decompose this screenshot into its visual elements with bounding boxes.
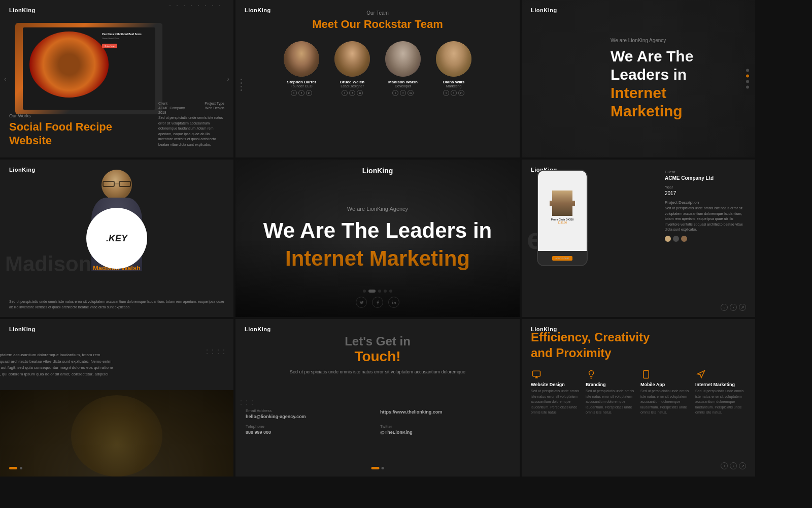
- services-title-accent: Creativity: [594, 330, 650, 344]
- meet-title-accent: Rockstar Team: [364, 18, 443, 30]
- mobile-dot-next[interactable]: ›: [730, 304, 737, 311]
- mobile-year-value: 2017: [665, 190, 746, 196]
- lightbulb-icon: [586, 369, 600, 380]
- mobile-screen: Paura Chair DX316 $139.00: [538, 171, 587, 251]
- diana-socials: t f in: [443, 90, 464, 96]
- mobile-dot-prev[interactable]: ‹: [721, 304, 728, 311]
- chair-product: Paura Chair DX316 $139.00: [545, 190, 580, 231]
- bruce-twitter[interactable]: t: [342, 90, 348, 96]
- contact-dot-2[interactable]: [382, 467, 384, 469]
- hero-twitter[interactable]: [356, 297, 367, 308]
- swatch-dark[interactable]: [673, 236, 679, 242]
- stephen-fb[interactable]: f: [298, 90, 304, 96]
- services-dot-prev[interactable]: ‹: [721, 462, 728, 469]
- panel-contact: LionKing Let's Get in Touch! Sed ut pers…: [235, 319, 520, 477]
- key-badge-text: .KEY: [106, 233, 127, 244]
- svg-point-0: [392, 300, 393, 301]
- avatar-diana: [436, 41, 471, 77]
- lion-bg-area: [0, 390, 233, 477]
- service-name-branding: Branding: [586, 382, 606, 387]
- think-dot-2[interactable]: [20, 467, 22, 469]
- hero-logo: LionKing: [362, 167, 393, 175]
- madison-logo: LionKing: [9, 167, 36, 173]
- contact-desc: Sed ut perspiciatis unde omnis iste natu…: [250, 369, 505, 376]
- key-badge: .KEY: [86, 208, 147, 269]
- services-title: Efficiency, Creativity and Proximity: [531, 329, 746, 361]
- panel-food: LionKing ‹ › Pan Pizza with Sliced Beef …: [0, 0, 233, 157]
- lion-mane: [71, 395, 162, 477]
- diana-twitter[interactable]: t: [443, 90, 449, 96]
- food-meta: Client Project Type ACME Company Web Des…: [158, 102, 224, 147]
- panel-think: LionKing We are Agency which think diffe…: [0, 319, 233, 477]
- touch-label: Touch!: [250, 348, 505, 365]
- services-dot-share[interactable]: ↗: [739, 462, 746, 469]
- hero-facebook[interactable]: [372, 297, 383, 308]
- contact-logo: LionKing: [245, 326, 271, 332]
- madison-desc-text: Sed ut perspiciatis unde omnis iste natu…: [9, 299, 224, 310]
- bruce-li[interactable]: in: [357, 90, 363, 96]
- order-btn[interactable]: Order Now: [102, 44, 117, 48]
- contact-dot-active[interactable]: [371, 467, 380, 469]
- member-role-madison: Developer: [395, 84, 411, 88]
- food-meta-row2: ACME Company Web Design: [158, 106, 224, 110]
- client-label: Client: [158, 102, 167, 105]
- hero-dot-1[interactable]: [363, 290, 366, 293]
- stephen-twitter[interactable]: t: [291, 90, 297, 96]
- avatar-stephen: [284, 41, 319, 77]
- mobile-mockup: Paura Chair DX316 $139.00 ADD TO CART: [537, 170, 588, 266]
- service-website: Website Design Sed ut perspiciatis unde …: [531, 369, 582, 416]
- think-title: We are Agency which think differently: [0, 319, 116, 345]
- madison-desc: Sed ut perspiciatis unde omnis iste natu…: [9, 299, 224, 310]
- madison-fb[interactable]: f: [400, 90, 406, 96]
- agency-overlay: [638, 0, 755, 157]
- member-role-bruce: Lead Designer: [341, 84, 364, 88]
- mobile-dot-share[interactable]: ↗: [739, 304, 746, 311]
- hero-dot-2[interactable]: [368, 290, 376, 293]
- swatch-brown[interactable]: [665, 236, 671, 242]
- diana-fb[interactable]: f: [451, 90, 457, 96]
- think-dot-active[interactable]: [9, 467, 17, 469]
- stephen-li[interactable]: in: [306, 90, 312, 96]
- services-nav-dots: ‹ › ↗: [721, 462, 746, 469]
- hero-content: We are LionKing Agency We Are The Leader…: [250, 206, 505, 271]
- food-next-arrow[interactable]: ›: [227, 75, 229, 83]
- project-label: Project Type: [205, 102, 224, 105]
- left-dots: [241, 79, 242, 91]
- add-to-cart-btn[interactable]: ADD TO CART: [552, 256, 572, 261]
- services-dot-next[interactable]: ›: [730, 462, 737, 469]
- services-title-2: and Proximity: [531, 346, 612, 360]
- madison-li[interactable]: in: [408, 90, 414, 96]
- monitor-icon: [531, 369, 545, 380]
- think-desc: Sed ut perspiciatis unde omnis iste natu…: [0, 352, 116, 384]
- team-content: Our Team Meet Our Rockstar Team Stephen …: [235, 10, 520, 96]
- swatch-medium[interactable]: [681, 236, 687, 242]
- laptop-screen-inner: Pan Pizza with Sliced Beef Sosis Green M…: [23, 27, 155, 110]
- hero-linkedin[interactable]: [388, 297, 399, 308]
- contact-email: Email Address hello@lionking-agency.com: [246, 408, 375, 419]
- contact-content: Let's Get in Touch! Sed ut perspiciatis …: [250, 334, 505, 376]
- services-title-plain: Efficiency,: [531, 330, 594, 344]
- hero-socials: [356, 297, 399, 308]
- service-branding: Branding Sed ut perspiciatis unde omnis …: [586, 369, 636, 416]
- hero-dot-4[interactable]: [384, 290, 387, 293]
- madison-twitter[interactable]: t: [392, 90, 398, 96]
- chair-shape: [550, 190, 575, 216]
- hero-dot-3[interactable]: [378, 290, 381, 293]
- mobile-client-label: Client: [665, 170, 746, 174]
- madison-socials: t f in: [392, 90, 414, 96]
- think-dot-pattern: [207, 350, 226, 354]
- main-grid: LionKing ‹ › Pan Pizza with Sliced Beef …: [0, 0, 812, 508]
- contact-twitter: Twitter @TheLionKing: [380, 424, 510, 435]
- contact-phone: Telephone 888 999 000: [246, 424, 375, 435]
- food-prev-arrow[interactable]: ‹: [4, 75, 7, 83]
- food-info: Our Works Social Food Recipe Website: [9, 113, 112, 147]
- hero-dot-5[interactable]: [389, 290, 392, 293]
- bruce-fb[interactable]: f: [349, 90, 355, 96]
- member-name-bruce: Bruce Welch: [340, 80, 364, 84]
- member-name-stephen: Stephen Barret: [287, 80, 316, 84]
- diana-li[interactable]: in: [458, 90, 464, 96]
- hero-dots: [363, 290, 392, 293]
- stephen-socials: t f in: [291, 90, 312, 96]
- food-meta-row1: Client Project Type: [158, 102, 224, 105]
- mobile-proj-label: Project Description: [665, 200, 746, 205]
